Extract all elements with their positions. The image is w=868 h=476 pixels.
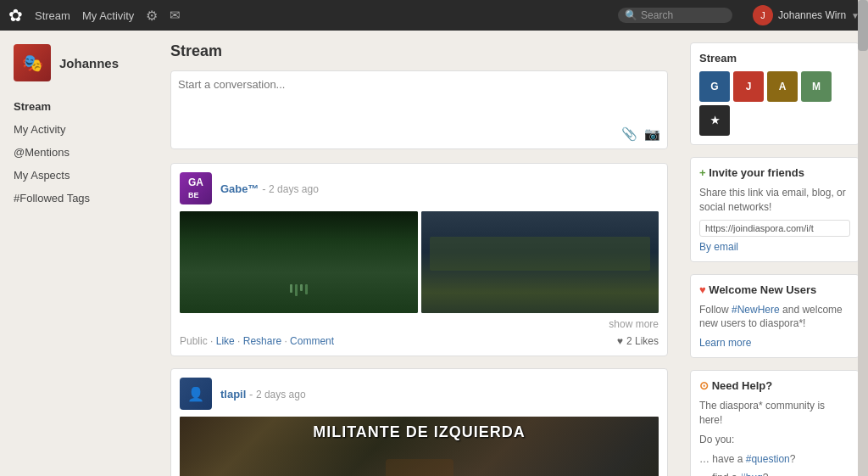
nav-stream-link[interactable]: Stream: [35, 9, 70, 22]
help-intro: The diaspora* community is here!: [699, 399, 850, 428]
nav-mail-icon[interactable]: ✉: [170, 8, 181, 23]
profile-section: 🎭 Johannes: [0, 44, 157, 95]
post-reshare-link-1[interactable]: Reshare: [243, 335, 281, 347]
invite-text: Share this link via email, blog, or soci…: [699, 186, 850, 215]
post-time-1: 2 days ago: [269, 183, 319, 195]
post-separator-2: -: [249, 388, 256, 400]
top-navigation: ✿ Stream My Activity ⚙ ✉ 🔍 J Johannes Wi…: [0, 0, 868, 31]
profile-avatar-img: 🎭: [22, 53, 43, 73]
user-avatar-nav: J: [753, 5, 773, 25]
newthere-hashtag-link[interactable]: #NewHere: [732, 304, 780, 316]
main-content: Stream 📎 📷 GABE Gabe™ - 2 days ago: [157, 31, 682, 476]
post-likes-1: ♥ 2 Likes: [617, 335, 659, 347]
post-image-1a[interactable]: [180, 211, 418, 313]
likes-count-1: 2 Likes: [626, 335, 659, 347]
post-separator-1: -: [262, 182, 269, 195]
help-do-you: Do you:: [699, 433, 850, 447]
compose-textarea[interactable]: [178, 78, 660, 120]
post-like-link-1[interactable]: Like: [216, 335, 235, 347]
sidebar-item-stream[interactable]: Stream: [0, 95, 157, 118]
user-menu[interactable]: J Johannes Wirn ▼: [753, 5, 860, 25]
stream-avatars: G J A M ★: [699, 71, 850, 136]
sidebar-item-mentions[interactable]: @Mentions: [0, 141, 157, 164]
post-comment-link-1[interactable]: Comment: [290, 335, 334, 347]
sidebar-item-tags[interactable]: #Followed Tags: [0, 187, 157, 210]
post-meme-image[interactable]: MILITANTE DE IZQUIERDA HACIENDO LA REVOL…: [180, 417, 659, 476]
right-sidebar: Stream G J A M ★ + Invite your friends S…: [682, 31, 868, 476]
sidebar-item-myactivity[interactable]: My Activity: [0, 118, 157, 141]
scrollbar-track: [858, 0, 868, 476]
compose-pin-icon[interactable]: 📎: [621, 126, 637, 142]
bug-link[interactable]: #bug: [740, 472, 763, 476]
post-visibility-1: Public: [180, 335, 208, 347]
welcome-widget: ♥ Welcome New Users Follow #NewHere and …: [690, 274, 860, 359]
meme-top-text: MILITANTE DE IZQUIERDA: [180, 423, 659, 441]
post-author-1[interactable]: Gabe™: [220, 182, 259, 195]
stream-post-2: 👤 tlapil - 2 days ago MILITANTE DE IZQUI…: [170, 368, 668, 476]
invite-widget: + Invite your friends Share this link vi…: [690, 157, 860, 262]
sidebar-navigation: Stream My Activity @Mentions My Aspects …: [0, 95, 157, 210]
help-widget: ⊙ Need Help? The diaspora* community is …: [690, 370, 860, 476]
post-footer-1: Public · Like · Reshare · Comment ♥ 2 Li…: [180, 335, 659, 347]
stream-avatar-5[interactable]: ★: [699, 105, 730, 136]
heart-welcome-icon: ♥: [699, 283, 706, 296]
learn-more-link[interactable]: Learn more: [699, 337, 751, 349]
post-images-1: [180, 211, 659, 313]
nav-myactivity-link[interactable]: My Activity: [82, 9, 134, 22]
stream-widget-title: Stream: [699, 52, 850, 64]
stream-avatar-2[interactable]: J: [733, 71, 764, 102]
stream-avatar-1[interactable]: G: [699, 71, 730, 102]
post-meta-1: Public · Like · Reshare · Comment: [180, 335, 334, 347]
sidebar-item-aspects[interactable]: My Aspects: [0, 164, 157, 187]
post-avatar-2: 👤: [180, 378, 212, 410]
by-email-link[interactable]: By email: [699, 241, 738, 253]
post-header-2: 👤 tlapil - 2 days ago: [180, 378, 659, 410]
help-item-1: … have a #question?: [699, 452, 850, 467]
profile-name: Johannes: [59, 56, 119, 70]
stream-avatar-4[interactable]: M: [801, 71, 832, 102]
help-item-2: … find a #bug?: [699, 471, 850, 476]
welcome-widget-title: ♥ Welcome New Users: [699, 283, 850, 296]
compose-camera-icon[interactable]: 📷: [644, 126, 660, 142]
nav-gear-icon[interactable]: ⚙: [146, 8, 158, 24]
left-sidebar: 🎭 Johannes Stream My Activity @Mentions …: [0, 31, 157, 476]
stream-widget: Stream G J A M ★: [690, 42, 860, 145]
scrollbar-thumb[interactable]: [858, 0, 868, 51]
profile-avatar: 🎭: [14, 44, 51, 81]
username-nav: Johannes Wirn: [778, 9, 846, 21]
post-header-1: GABE Gabe™ - 2 days ago: [180, 172, 659, 204]
post-image-1b[interactable]: [421, 211, 659, 313]
post-time-2: 2 days ago: [256, 389, 306, 400]
question-link[interactable]: #question: [746, 453, 790, 465]
plus-icon: +: [699, 166, 706, 179]
invite-widget-title: + Invite your friends: [699, 166, 850, 179]
page-title: Stream: [170, 42, 668, 60]
invite-link-input[interactable]: [699, 220, 850, 237]
search-input[interactable]: [641, 9, 726, 21]
stream-avatar-3[interactable]: A: [767, 71, 798, 102]
search-icon: 🔍: [625, 9, 637, 21]
logo-icon: ✿: [8, 5, 23, 25]
welcome-text: Follow #NewHere and welcome new users to…: [699, 303, 850, 332]
help-widget-title: ⊙ Need Help?: [699, 379, 850, 392]
post-avatar-1: GABE: [180, 172, 212, 204]
stream-post-1: GABE Gabe™ - 2 days ago: [170, 163, 668, 356]
heart-icon-1: ♥: [617, 335, 623, 347]
question-icon: ⊙: [699, 379, 709, 392]
user-avatar-initials: J: [760, 10, 765, 20]
post-compose-box: 📎 📷: [170, 70, 668, 149]
show-more-1[interactable]: show more: [180, 318, 659, 330]
post-author-2[interactable]: tlapil: [220, 388, 246, 400]
